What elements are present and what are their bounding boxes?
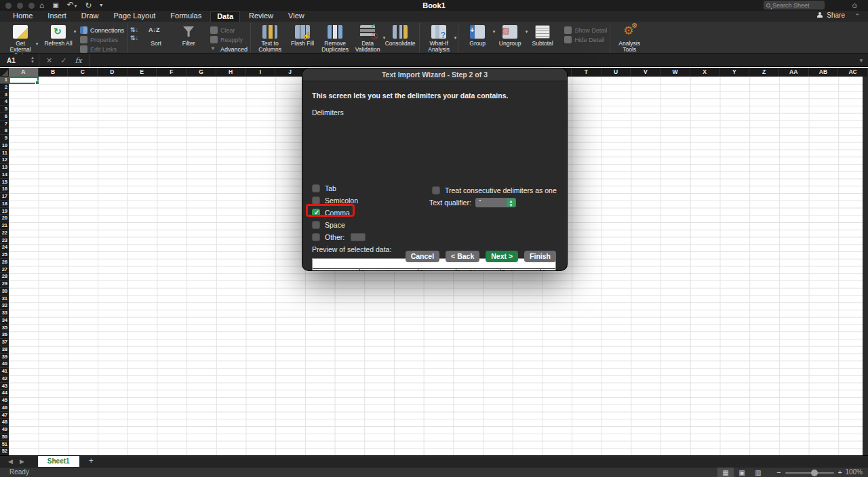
zoom-out-icon[interactable]: −	[776, 468, 781, 477]
column-header-i[interactable]: I	[246, 68, 276, 77]
column-header-v[interactable]: V	[631, 68, 660, 77]
row-header-34[interactable]: 34	[0, 317, 9, 325]
advanced-button[interactable]: ▼Advanced	[210, 45, 248, 53]
row-header-17[interactable]: 17	[0, 193, 9, 201]
column-header-g[interactable]: G	[186, 68, 216, 77]
row-header-48[interactable]: 48	[0, 419, 9, 426]
zoom-slider-thumb[interactable]	[811, 470, 818, 476]
row-header-23[interactable]: 23	[0, 237, 9, 245]
row-header-15[interactable]: 15	[0, 179, 9, 186]
data-validation-button[interactable]: Data Validation ▾	[352, 24, 383, 53]
row-header-32[interactable]: 32	[0, 302, 9, 310]
row-header-12[interactable]: 12	[0, 157, 9, 164]
row-header-21[interactable]: 21	[0, 222, 9, 230]
ribbon-tab-page-layout[interactable]: Page Layout	[108, 11, 162, 22]
row-header-8[interactable]: 8	[0, 127, 9, 135]
row-header-51[interactable]: 51	[0, 441, 9, 449]
remove-duplicates-button[interactable]: Remove Duplicates	[319, 24, 351, 53]
text-to-columns-button[interactable]: Text to Columns	[254, 24, 285, 53]
filter-button[interactable]: Filter	[173, 24, 204, 47]
row-header-26[interactable]: 26	[0, 259, 9, 266]
row-header-14[interactable]: 14	[0, 171, 9, 179]
row-header-33[interactable]: 33	[0, 310, 9, 317]
column-header-y[interactable]: Y	[720, 68, 750, 77]
insert-function-icon[interactable]: fx	[75, 56, 81, 65]
row-header-36[interactable]: 36	[0, 331, 9, 339]
row-header-3[interactable]: 3	[0, 91, 9, 99]
row-header-52[interactable]: 52	[0, 448, 9, 455]
sort-za-icon[interactable]: ⇅↓	[130, 35, 138, 41]
row-header-47[interactable]: 47	[0, 412, 9, 419]
selected-cell-a1[interactable]	[9, 77, 39, 84]
sheet-tab-sheet1[interactable]: Sheet1	[38, 456, 79, 467]
row-header-38[interactable]: 38	[0, 346, 9, 354]
row-header-49[interactable]: 49	[0, 426, 9, 434]
row-header-19[interactable]: 19	[0, 208, 9, 215]
row-header-5[interactable]: 5	[0, 106, 9, 113]
zoom-in-icon[interactable]: +	[838, 468, 842, 477]
row-header-46[interactable]: 46	[0, 405, 9, 412]
connections-button[interactable]: Connections	[80, 26, 124, 34]
formula-bar-expand-icon[interactable]: ▼	[854, 58, 868, 64]
normal-view-icon[interactable]: ▦	[717, 468, 734, 477]
text-qualifier-dropdown[interactable]: " ▲▼	[475, 198, 516, 207]
collapse-ribbon-icon[interactable]: ⌃	[854, 13, 860, 20]
row-header-44[interactable]: 44	[0, 390, 9, 397]
page-break-view-icon[interactable]: ▥	[750, 468, 766, 477]
column-header-ab[interactable]: AB	[809, 68, 839, 77]
select-all-corner[interactable]	[0, 68, 9, 77]
row-header-16[interactable]: 16	[0, 186, 9, 193]
column-header-u[interactable]: U	[601, 68, 631, 77]
column-header-w[interactable]: W	[660, 68, 690, 77]
row-header-18[interactable]: 18	[0, 201, 9, 208]
ribbon-tab-review[interactable]: Review	[243, 11, 279, 22]
row-header-22[interactable]: 22	[0, 230, 9, 237]
group-button[interactable]: Group ▾	[462, 24, 493, 47]
ungroup-button[interactable]: Ungroup ▾	[494, 24, 526, 47]
ribbon-tab-data[interactable]: Data	[210, 11, 240, 22]
row-header-7[interactable]: 7	[0, 121, 9, 128]
row-header-35[interactable]: 35	[0, 325, 9, 332]
row-header-50[interactable]: 50	[0, 434, 9, 441]
feedback-smiley-icon[interactable]: ☺	[851, 1, 859, 9]
vertical-scrollbar[interactable]	[863, 77, 868, 455]
row-header-11[interactable]: 11	[0, 150, 9, 157]
column-header-x[interactable]: X	[690, 68, 720, 77]
column-header-ac[interactable]: AC	[838, 68, 868, 77]
comma-checkbox[interactable]	[312, 209, 320, 217]
column-header-d[interactable]: D	[98, 68, 127, 77]
row-header-41[interactable]: 41	[0, 368, 9, 375]
other-delimiter-input[interactable]	[351, 233, 366, 241]
space-checkbox[interactable]	[312, 221, 320, 229]
column-header-j[interactable]: J	[275, 68, 305, 77]
row-header-9[interactable]: 9	[0, 135, 9, 142]
row-header-29[interactable]: 29	[0, 281, 9, 288]
sort-az-icon[interactable]: ⇅↓	[130, 27, 138, 33]
column-header-e[interactable]: E	[127, 68, 157, 77]
row-header-31[interactable]: 31	[0, 295, 9, 303]
ribbon-tab-insert[interactable]: Insert	[41, 11, 73, 22]
row-header-40[interactable]: 40	[0, 360, 9, 368]
page-layout-view-icon[interactable]: ▣	[734, 468, 750, 477]
finish-button[interactable]: Finish	[524, 251, 556, 262]
add-sheet-button[interactable]: +	[79, 456, 103, 467]
next-button[interactable]: Next >	[486, 251, 518, 262]
zoom-slider[interactable]	[785, 472, 834, 474]
row-header-2[interactable]: 2	[0, 84, 9, 91]
column-header-f[interactable]: F	[157, 68, 186, 77]
ribbon-tab-draw[interactable]: Draw	[75, 11, 105, 22]
name-box-stepper-icon[interactable]: ▲▼	[31, 56, 35, 64]
row-header-20[interactable]: 20	[0, 215, 9, 222]
row-header-13[interactable]: 13	[0, 164, 9, 171]
ribbon-tab-formulas[interactable]: Formulas	[164, 11, 208, 22]
confirm-entry-icon[interactable]: ✓	[60, 56, 66, 65]
row-header-42[interactable]: 42	[0, 375, 9, 383]
row-header-10[interactable]: 10	[0, 142, 9, 150]
column-header-z[interactable]: Z	[749, 68, 779, 77]
row-header-1[interactable]: 1	[0, 77, 9, 84]
row-header-45[interactable]: 45	[0, 397, 9, 405]
other-checkbox[interactable]	[312, 233, 320, 241]
column-header-a[interactable]: A	[9, 68, 39, 77]
row-header-30[interactable]: 30	[0, 288, 9, 295]
row-header-25[interactable]: 25	[0, 251, 9, 259]
